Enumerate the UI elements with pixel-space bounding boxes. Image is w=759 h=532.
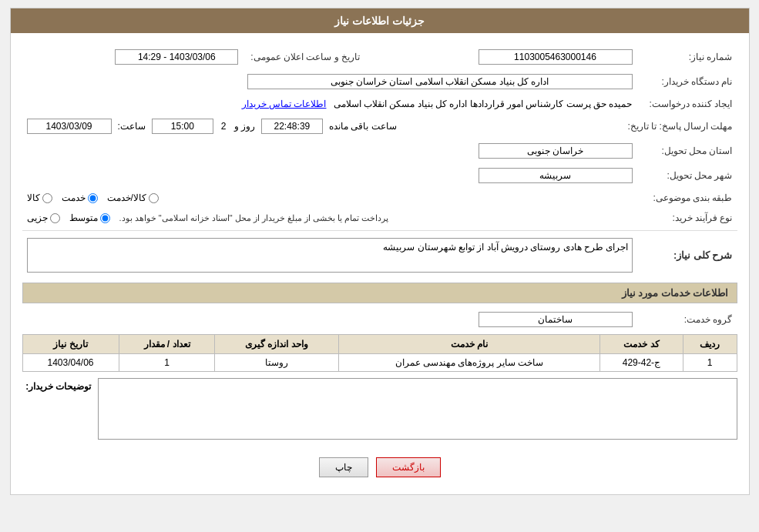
deadline-date: 1403/03/09 [27, 119, 112, 134]
col-header-qty: تعداد / مقدار [119, 335, 215, 354]
city-label: شهر محل تحویل: [637, 166, 737, 186]
service-date: 1403/04/06 [22, 354, 119, 372]
category-label: طبقه بندی موضوعی: [637, 190, 737, 206]
deadline-days-label: روز و [234, 121, 255, 132]
buyer-notes-label: توضیحات خریدار: [22, 378, 92, 392]
creator-value: حمیده حق پرست کارشناس امور قراردادها ادا… [334, 99, 633, 109]
col-header-name: نام خدمت [338, 335, 600, 354]
service-group-value: ساختمان [479, 312, 633, 327]
service-code: ج-42-429 [600, 354, 683, 372]
purchase-option-jozi[interactable]: جزیی [27, 212, 60, 223]
print-button[interactable]: چاپ [319, 457, 368, 477]
buyer-notes-textarea[interactable] [98, 378, 737, 440]
category-option-kala[interactable]: کالا [27, 192, 52, 203]
announcement-number-label: شماره نیاز: [637, 47, 737, 67]
col-header-date: تاریخ نیاز [22, 335, 119, 354]
buyer-org-value: اداره کل بنیاد مسکن انقلاب اسلامی استان … [247, 74, 633, 89]
service-qty: 1 [119, 354, 215, 372]
city-value: سربیشه [479, 168, 633, 183]
deadline-days-value: 2 [221, 121, 227, 132]
deadline-remaining-label: ساعت باقی مانده [329, 121, 397, 132]
announcement-number-value: 1103005463000146 [479, 49, 633, 65]
col-header-row: ردیف [683, 335, 737, 354]
need-description-label: شرح کلی نیاز: [637, 236, 737, 275]
col-header-unit: واحد اندازه گیری [215, 335, 338, 354]
services-section-title: اطلاعات خدمات مورد نیاز [22, 283, 737, 303]
datetime-value: 1403/03/06 - 14:29 [115, 49, 238, 65]
category-label-kala: کالا [27, 192, 40, 203]
deadline-time-label: ساعت: [118, 121, 146, 132]
category-label-kala-khedmat: کالا/خدمت [107, 192, 146, 203]
deadline-remaining: 22:48:39 [261, 119, 323, 134]
province-label: استان محل تحویل: [637, 141, 737, 161]
category-option-khedmat[interactable]: خدمت [62, 192, 98, 203]
creator-label: ایجاد کننده درخواست: [637, 96, 737, 112]
creator-contact-link[interactable]: اطلاعات تماس خریدار [242, 99, 327, 109]
deadline-time: 15:00 [152, 119, 213, 134]
datetime-label: تاریخ و ساعت اعلان عمومی: [243, 47, 364, 67]
service-group-label: گروه خدمت: [637, 309, 737, 330]
purchase-note: پرداخت تمام یا بخشی از مبلغ خریدار از مح… [119, 213, 389, 223]
category-radio-kala-khedmat[interactable] [149, 193, 159, 203]
row-num: 1 [683, 354, 737, 372]
col-header-code: کد خدمت [600, 335, 683, 354]
purchase-radio-jozi[interactable] [50, 213, 60, 223]
category-label-khedmat: خدمت [62, 192, 86, 203]
category-radio-kala[interactable] [42, 193, 52, 203]
purchase-type-label: نوع فرآیند خرید: [637, 210, 737, 226]
services-table: ردیف کد خدمت نام خدمت واحد اندازه گیری ت… [22, 334, 737, 372]
need-description-value: اجرای طرح هادی روستای درویش آباد از تواب… [27, 238, 633, 273]
purchase-option-motavasset[interactable]: متوسط [69, 212, 110, 223]
category-radio-khedmat[interactable] [88, 193, 98, 203]
back-button[interactable]: بازگشت [376, 457, 441, 477]
page-title: جزئیات اطلاعات نیاز [11, 8, 749, 33]
purchase-label-jozi: جزیی [27, 212, 48, 223]
service-name: ساخت سایر پروژه‌های مهندسی عمران [338, 354, 600, 372]
category-option-kala-khedmat[interactable]: کالا/خدمت [107, 192, 159, 203]
purchase-label-motavasset: متوسط [69, 212, 98, 223]
province-value: خراسان جنوبی [479, 143, 633, 159]
buyer-org-label: نام دستگاه خریدار: [637, 72, 737, 92]
purchase-radio-motavasset[interactable] [100, 213, 110, 223]
deadline-label: مهلت ارسال پاسخ: تا تاریخ: [623, 116, 737, 136]
table-row: 1 ج-42-429 ساخت سایر پروژه‌های مهندسی عم… [22, 354, 737, 372]
service-unit: روستا [215, 354, 338, 372]
